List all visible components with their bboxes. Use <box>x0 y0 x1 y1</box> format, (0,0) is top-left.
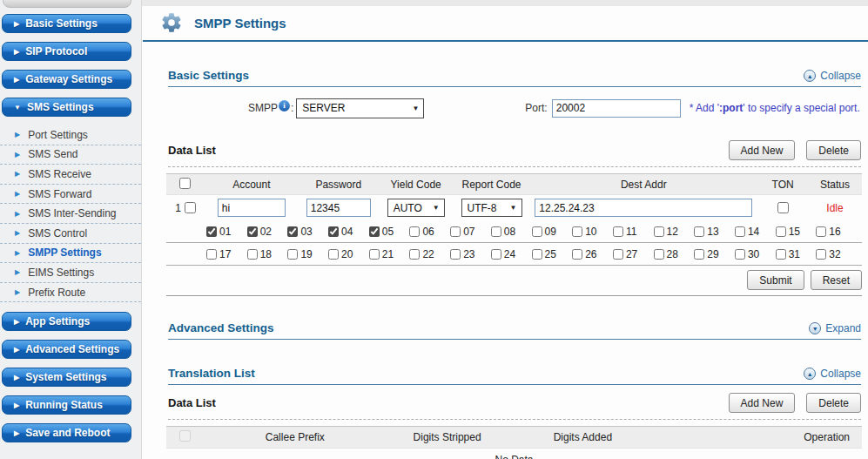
sidebar-item-running-status[interactable]: ▶Running Status <box>2 395 131 415</box>
sidebar-subitem-prefix-route[interactable]: ▶Prefix Route <box>0 283 141 303</box>
channel-28-checkbox[interactable] <box>654 249 664 260</box>
smpp-form-row: SMPP i : SERVER ▼ Port: * Add ':port' to… <box>143 97 861 119</box>
channel-21-checkbox[interactable] <box>369 249 380 260</box>
channel-10-checkbox[interactable] <box>572 226 582 237</box>
channel-07-checkbox[interactable] <box>450 226 461 237</box>
translation-list-collapse-link[interactable]: ▲ Collapse <box>804 368 861 380</box>
expand-label[interactable]: Expand <box>825 322 861 334</box>
basic-settings-collapse-link[interactable]: ▲ Collapse <box>804 70 861 82</box>
translation-table-header-row: Callee PrefixDigits StrippedDigits Added… <box>166 426 862 449</box>
channel-05-checkbox[interactable] <box>369 226 380 237</box>
sidebar-subitem-smpp-settings[interactable]: ▶SMPP Settings <box>0 244 141 264</box>
advanced-settings-expand-link[interactable]: ▼ Expand <box>809 322 861 334</box>
channel-13-checkbox[interactable] <box>694 226 704 237</box>
sidebar-subitem-label: SMS Forward <box>28 188 91 200</box>
channel-17-checkbox[interactable] <box>206 249 217 260</box>
channel-11-checkbox[interactable] <box>613 226 623 237</box>
row-select-checkbox[interactable] <box>185 202 196 213</box>
password-input[interactable] <box>306 199 371 217</box>
channel-30-checkbox[interactable] <box>735 249 745 260</box>
expand-arrow-icon[interactable]: ▼ <box>809 322 821 334</box>
collapse-arrow-icon[interactable]: ▲ <box>804 368 816 380</box>
channel-32-checkbox[interactable] <box>816 249 826 260</box>
channel-31-checkbox[interactable] <box>776 249 786 260</box>
sidebar-subitem-port-settings[interactable]: ▶Port Settings <box>0 125 141 145</box>
port-input[interactable] <box>552 99 681 118</box>
channel-04-checkbox[interactable] <box>328 226 339 237</box>
sidebar-subitem-label: Prefix Route <box>28 287 85 299</box>
sidebar-item-basic-settings[interactable]: ▶Basic Settings <box>2 14 131 33</box>
translation-add-new-button[interactable]: Add New <box>729 393 796 413</box>
channel-01-checkbox[interactable] <box>206 226 217 237</box>
channel-22-checkbox[interactable] <box>409 249 420 260</box>
channel-03: 03 <box>287 226 328 238</box>
basic-settings-section-header: Basic Settings ▲ Collapse <box>168 69 861 87</box>
sidebar-item-sip-protocol[interactable]: ▶SIP Protocol <box>2 42 131 61</box>
translation-delete-button[interactable]: Delete <box>806 393 861 413</box>
chevron-right-icon: ▶ <box>14 318 19 326</box>
channel-08-checkbox[interactable] <box>491 226 501 237</box>
gear-icon <box>160 11 183 34</box>
sidebar-item-label: Advanced Settings <box>25 343 119 355</box>
channel-23: 23 <box>450 248 491 260</box>
sidebar-subitem-eims-settings[interactable]: ▶EIMS Settings <box>0 263 141 283</box>
submit-button[interactable]: Submit <box>747 270 804 290</box>
sidebar-item-sms-settings[interactable]: ▼SMS Settings <box>2 98 131 117</box>
sidebar-subitem-sms-send[interactable]: ▶SMS Send <box>0 145 141 165</box>
channel-20-checkbox[interactable] <box>328 249 339 260</box>
channel-12-checkbox[interactable] <box>654 226 664 237</box>
sidebar-subitem-sms-control[interactable]: ▶SMS Control <box>0 224 141 244</box>
channel-24-checkbox[interactable] <box>491 249 501 260</box>
channel-09-checkbox[interactable] <box>532 226 542 237</box>
channel-label: 03 <box>300 226 312 238</box>
yield-code-select[interactable]: AUTO ▼ <box>387 199 445 217</box>
channel-16-checkbox[interactable] <box>816 226 826 237</box>
channel-label: 24 <box>504 248 515 260</box>
account-input[interactable] <box>218 199 286 217</box>
add-new-button[interactable]: Add New <box>729 140 796 160</box>
channel-25-checkbox[interactable] <box>532 249 542 260</box>
channel-label: 12 <box>667 226 678 238</box>
translation-data-list-header-row: Data List Add New Delete <box>168 393 861 420</box>
collapse-label[interactable]: Collapse <box>820 70 861 82</box>
smpp-mode-select[interactable]: SERVER ▼ <box>296 98 424 118</box>
dest-addr-input[interactable] <box>535 199 752 217</box>
channel-19-checkbox[interactable] <box>287 249 298 260</box>
reset-button[interactable]: Reset <box>811 270 862 290</box>
sidebar-subitem-sms-receive[interactable]: ▶SMS Receive <box>0 165 141 185</box>
sidebar-item-system-settings[interactable]: ▶System Settings <box>2 368 131 387</box>
info-icon[interactable]: i <box>279 100 290 111</box>
channel-12: 12 <box>654 226 695 238</box>
no-data-text: No Data <box>166 454 862 459</box>
sidebar-item-advanced-settings[interactable]: ▶Advanced Settings <box>2 340 131 359</box>
sidebar-item-save-and-reboot[interactable]: ▶Save and Reboot <box>2 423 131 442</box>
select-all-checkbox[interactable] <box>179 178 191 189</box>
sidebar-item-app-settings[interactable]: ▶App Settings <box>2 312 131 331</box>
collapse-label[interactable]: Collapse <box>820 368 861 380</box>
delete-button[interactable]: Delete <box>806 140 861 160</box>
channel-26-checkbox[interactable] <box>572 249 582 260</box>
channel-27-checkbox[interactable] <box>613 249 623 260</box>
sidebar-subitem-sms-inter-sending[interactable]: ▶SMS Inter-Sending <box>0 204 141 224</box>
sidebar-subitem-sms-forward[interactable]: ▶SMS Forward <box>0 185 141 205</box>
sidebar-item-label: Basic Settings <box>25 17 98 30</box>
channel-label: 20 <box>341 248 353 260</box>
channel-06-checkbox[interactable] <box>409 226 420 237</box>
channel-23-checkbox[interactable] <box>450 249 461 260</box>
sidebar-item-label: Save and Reboot <box>25 427 110 439</box>
channel-label: 16 <box>829 226 840 238</box>
sidebar-item-gateway-settings[interactable]: ▶Gateway Settings <box>2 70 131 89</box>
channel-10: 10 <box>572 226 613 238</box>
channel-03-checkbox[interactable] <box>287 226 298 237</box>
sidebar-bottom-group: ▶App Settings▶Advanced Settings▶System S… <box>0 312 141 442</box>
report-code-select[interactable]: UTF-8 ▼ <box>461 199 522 217</box>
channel-label: 10 <box>585 226 596 238</box>
channel-14-checkbox[interactable] <box>735 226 745 237</box>
channel-02-checkbox[interactable] <box>247 226 258 237</box>
collapse-arrow-icon[interactable]: ▲ <box>804 70 816 82</box>
channel-18-checkbox[interactable] <box>247 249 258 260</box>
channel-29-checkbox[interactable] <box>694 249 704 260</box>
ton-checkbox[interactable] <box>777 202 789 213</box>
chevron-right-icon: ▶ <box>15 151 20 159</box>
channel-15-checkbox[interactable] <box>776 226 786 237</box>
